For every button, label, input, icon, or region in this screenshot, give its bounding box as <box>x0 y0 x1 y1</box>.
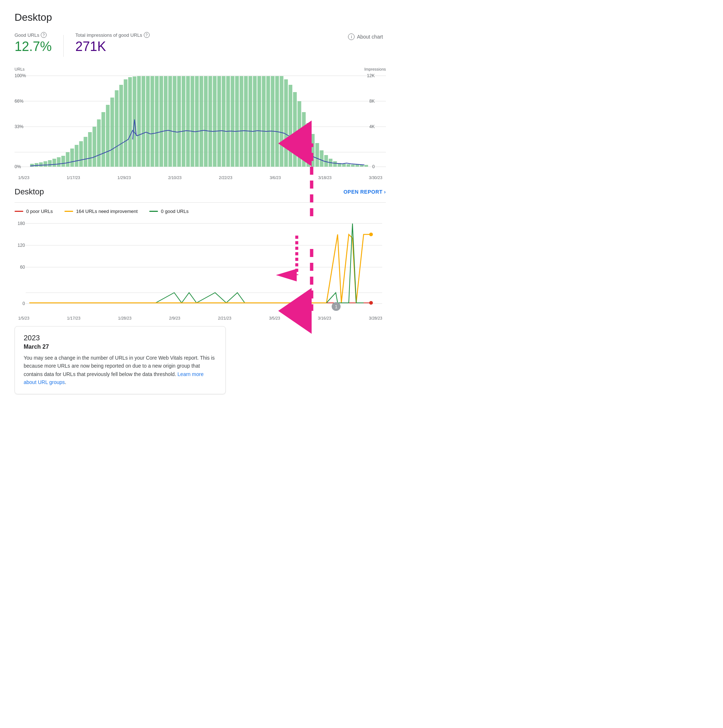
svg-rect-76 <box>311 134 314 167</box>
annotation-year: 2023 <box>24 334 217 342</box>
svg-rect-25 <box>84 137 87 167</box>
svg-rect-33 <box>119 85 123 167</box>
svg-rect-40 <box>150 76 154 167</box>
svg-rect-88 <box>365 165 368 167</box>
svg-rect-81 <box>333 161 337 167</box>
svg-rect-39 <box>146 76 150 167</box>
svg-rect-59 <box>235 76 239 167</box>
svg-rect-38 <box>142 76 145 167</box>
svg-text:120: 120 <box>17 243 25 248</box>
svg-rect-47 <box>182 76 185 167</box>
main-chart-x-labels: 1/5/23 1/17/23 1/29/23 2/10/23 2/22/23 3… <box>15 176 386 180</box>
section-header: Desktop OPEN REPORT › <box>15 187 386 197</box>
svg-rect-66 <box>267 76 270 167</box>
legend-poor: 0 poor URLs <box>15 209 53 214</box>
svg-rect-37 <box>137 76 141 167</box>
svg-rect-22 <box>70 148 74 167</box>
legend-good: 0 good URLs <box>149 209 188 214</box>
right-axis-label: Impressions <box>365 67 386 71</box>
svg-rect-64 <box>257 76 261 167</box>
left-axis-label: URLs <box>15 67 25 71</box>
svg-rect-43 <box>164 76 167 167</box>
svg-rect-50 <box>195 76 199 167</box>
svg-rect-84 <box>346 164 350 167</box>
svg-rect-71 <box>289 85 293 167</box>
total-impressions-metric: Total impressions of good URLs ? 271K <box>75 32 150 54</box>
svg-rect-60 <box>239 76 243 167</box>
svg-rect-54 <box>213 76 217 167</box>
svg-rect-26 <box>88 132 92 167</box>
svg-rect-30 <box>106 105 110 167</box>
svg-text:4K: 4K <box>369 124 375 129</box>
svg-text:60: 60 <box>20 265 25 270</box>
chart-axes-labels: URLs Impressions <box>15 67 386 71</box>
svg-rect-34 <box>124 80 127 167</box>
svg-rect-28 <box>97 119 101 167</box>
svg-rect-18 <box>52 159 56 167</box>
chevron-right-icon: › <box>384 189 386 195</box>
svg-rect-27 <box>92 127 96 167</box>
svg-rect-78 <box>320 150 323 167</box>
svg-text:8K: 8K <box>369 99 375 104</box>
svg-rect-83 <box>342 164 346 167</box>
svg-rect-52 <box>204 76 207 167</box>
total-impressions-label: Total impressions of good URLs ? <box>75 32 150 38</box>
main-chart-svg: 100% 66% 33% 0% 12K 8K 4K 0 <box>15 72 386 174</box>
svg-text:33%: 33% <box>15 124 24 129</box>
svg-rect-42 <box>159 76 163 167</box>
svg-text:0%: 0% <box>15 164 21 169</box>
svg-rect-51 <box>199 76 203 167</box>
svg-point-100 <box>369 232 373 236</box>
svg-point-99 <box>369 301 373 305</box>
svg-rect-48 <box>186 76 190 167</box>
svg-text:1: 1 <box>335 304 337 309</box>
svg-rect-85 <box>351 165 355 167</box>
svg-rect-86 <box>355 165 359 167</box>
svg-rect-73 <box>297 101 301 167</box>
svg-text:12K: 12K <box>367 73 375 78</box>
total-impressions-help-icon[interactable]: ? <box>144 32 150 38</box>
second-chart-x-labels: 1/5/23 1/17/23 1/28/23 2/9/23 2/21/23 3/… <box>15 316 386 320</box>
good-urls-help-icon[interactable]: ? <box>41 32 47 38</box>
svg-text:66%: 66% <box>15 99 24 104</box>
legend-need-improvement: 164 URLs need improvement <box>64 209 138 214</box>
svg-rect-61 <box>244 76 248 167</box>
svg-rect-72 <box>293 92 297 167</box>
svg-rect-68 <box>275 76 279 167</box>
svg-rect-23 <box>75 145 78 167</box>
good-urls-label: Good URLs ? <box>15 32 52 38</box>
svg-text:0: 0 <box>372 164 375 169</box>
svg-rect-74 <box>302 112 305 167</box>
svg-rect-15 <box>39 162 43 167</box>
svg-rect-49 <box>190 76 194 167</box>
svg-rect-21 <box>66 152 69 167</box>
open-report-button[interactable]: OPEN REPORT › <box>343 189 386 195</box>
svg-rect-56 <box>222 76 225 167</box>
metrics-row: Good URLs ? 12.7% Total impressions of g… <box>15 32 386 57</box>
svg-rect-57 <box>226 76 230 167</box>
second-chart-svg: 180 120 60 0 1 <box>15 220 386 315</box>
svg-text:180: 180 <box>17 221 25 226</box>
good-urls-value: 12.7% <box>15 39 52 54</box>
about-chart-button[interactable]: i About chart <box>345 32 386 41</box>
total-impressions-value: 271K <box>75 39 150 54</box>
svg-text:100%: 100% <box>15 73 26 78</box>
svg-rect-67 <box>271 76 274 167</box>
svg-rect-24 <box>79 141 83 167</box>
section-title: Desktop <box>15 187 44 197</box>
svg-rect-16 <box>44 161 47 167</box>
legend-good-line <box>149 211 158 212</box>
svg-rect-31 <box>110 98 114 167</box>
annotation-text: You may see a change in the number of UR… <box>24 354 217 387</box>
svg-rect-87 <box>360 165 364 167</box>
page-title: Desktop <box>15 12 386 23</box>
second-chart-area: 180 120 60 0 1 <box>15 220 386 315</box>
svg-rect-62 <box>249 76 252 167</box>
svg-rect-55 <box>218 76 221 167</box>
svg-rect-65 <box>262 76 265 167</box>
annotation-date: March 27 <box>24 344 217 350</box>
svg-rect-75 <box>306 123 310 167</box>
svg-rect-69 <box>280 76 283 167</box>
svg-rect-32 <box>115 90 118 167</box>
metric-divider <box>63 35 64 57</box>
